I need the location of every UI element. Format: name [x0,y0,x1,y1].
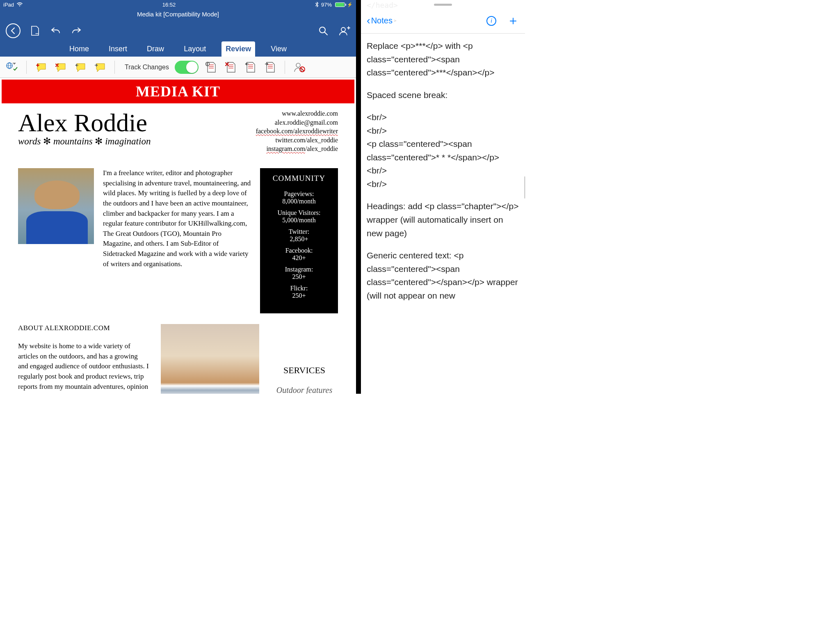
note-content[interactable]: Replace <p>***</p> with <p class="center… [361,34,525,317]
back-button[interactable] [6,23,21,38]
document-canvas[interactable]: MEDIA KIT Alex Roddie words ✻ mountains … [0,78,356,394]
svg-point-4 [341,27,345,32]
previous-comment-button[interactable] [73,60,87,74]
bio-text: I'm a freelance writer, editor and photo… [103,168,251,313]
review-ribbon: Track Changes [0,57,356,78]
note-paragraph: Replace <p>***</p> with <p class="center… [367,39,519,80]
tab-insert[interactable]: Insert [105,41,131,57]
tab-view[interactable]: View [267,41,291,57]
reject-change-button[interactable] [224,60,238,74]
scroll-indicator[interactable] [525,176,525,199]
notes-drag-handle[interactable]: </head> [361,0,525,9]
tab-review[interactable]: Review [221,41,255,57]
delete-comment-button[interactable] [54,60,68,74]
note-paragraph: Spaced scene break: [367,89,519,102]
tab-layout[interactable]: Layout [180,41,210,57]
wifi-icon [16,2,23,7]
word-app: iPad 16:52 97% ⚡ Media kit [Compatibilit… [0,0,356,394]
ribbon-tabs: Home Insert Draw Layout Review View [0,38,356,57]
ios-status-bar: iPad 16:52 97% ⚡ [0,0,356,9]
share-button[interactable] [339,25,350,37]
services-heading: SERVICES [271,365,338,376]
svg-point-7 [296,63,300,67]
notes-app: </head> ‹ Notes> i ＋ Replace <p>***</p> … [356,0,525,394]
proofing-button[interactable] [5,60,19,74]
previous-change-button[interactable] [244,60,258,74]
note-paragraph: <br/> <br/> <p class="centered"><span cl… [367,111,519,191]
svg-point-1 [37,33,38,34]
banner-heading: MEDIA KIT [2,80,354,103]
block-authors-button[interactable] [292,60,306,74]
author-name: Alex Roddie [18,108,151,137]
about-text: My website is home to a wide variety of … [18,341,149,394]
battery-pct: 97% [321,2,332,8]
note-paragraph: Generic centered text: <p class="centere… [367,249,519,302]
notes-back-button[interactable]: ‹ Notes> [367,14,397,27]
notes-nav-bar: ‹ Notes> i ＋ [361,9,525,34]
about-heading: ABOUT ALEXRODDIE.COM [18,324,149,332]
ghost-head-text: </head> [367,1,398,9]
svg-point-0 [36,33,37,34]
tab-home[interactable]: Home [65,41,93,57]
info-button[interactable]: i [486,16,496,26]
title-toolbar [0,20,356,38]
tab-draw[interactable]: Draw [143,41,168,57]
service-item: Outdoor features [271,386,338,394]
chevron-left-icon: ‹ [367,14,370,27]
next-comment-button[interactable] [93,60,107,74]
svg-point-2 [38,33,39,34]
battery-icon: ⚡ [334,2,353,7]
new-comment-button[interactable] [34,60,48,74]
next-change-button[interactable] [263,60,277,74]
track-changes-toggle[interactable] [175,61,199,74]
undo-button[interactable] [50,25,62,37]
redo-button[interactable] [71,25,82,37]
new-note-button[interactable]: ＋ [507,12,519,29]
mountain-image [161,324,259,394]
community-box: COMMUNITY Pageviews:8,000/month Unique V… [260,168,338,313]
display-for-review-button[interactable] [204,60,218,74]
track-changes-label: Track Changes [125,64,169,71]
device-name: iPad [3,2,14,8]
author-photo [18,168,94,244]
bluetooth-icon [315,2,319,7]
file-menu-button[interactable] [30,25,41,37]
tagline: words ✻ mountains ✻ imagination [18,136,151,147]
document-title: Media kit [Compatibility Mode] [0,9,356,20]
note-paragraph: Headings: add <p class="chapter"></p> wr… [367,200,519,240]
contact-info: www.alexroddie.com alex.roddie@gmail.com… [256,106,338,153]
search-button[interactable] [317,25,329,37]
status-time: 16:52 [162,2,176,8]
